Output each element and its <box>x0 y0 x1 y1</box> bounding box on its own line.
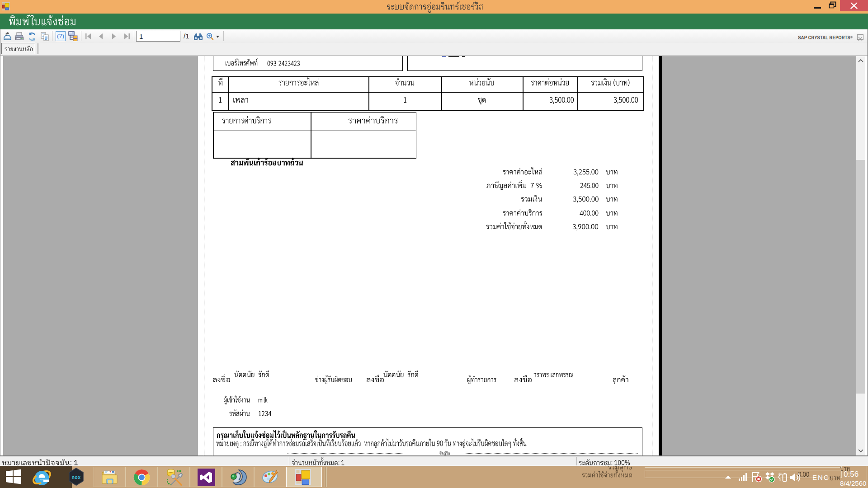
svg-text:nox: nox <box>71 474 80 480</box>
